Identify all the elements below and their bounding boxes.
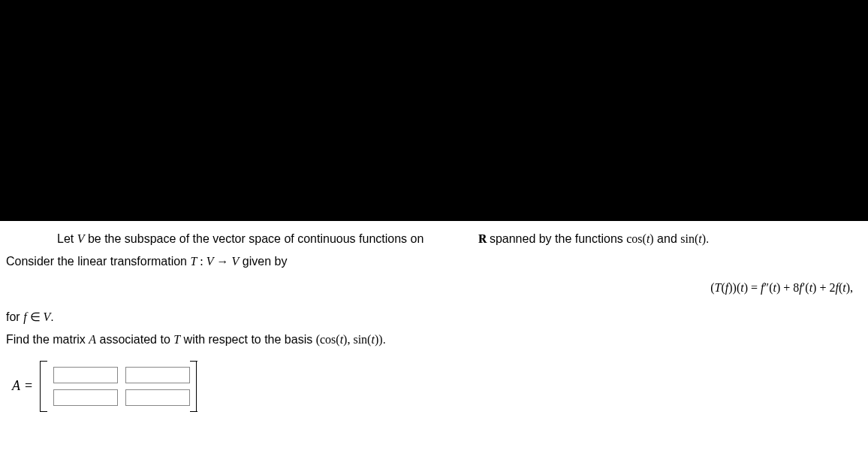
text: .: [383, 333, 386, 346]
text: spanned by the functions: [486, 232, 626, 245]
text: Let: [57, 232, 77, 245]
text: Consider the linear transformation: [6, 255, 190, 268]
problem-line-2: Consider the linear transformation T : V…: [6, 253, 862, 271]
colon: :: [197, 255, 206, 268]
var-A: A: [12, 378, 20, 394]
equals-sign: =: [25, 378, 32, 394]
text: be the subspace of the vector space of c…: [84, 232, 426, 245]
text: .: [706, 232, 709, 245]
problem-line-3: for f ∈ V.: [6, 308, 862, 326]
basis: (cos(t), sin(t)): [316, 333, 383, 346]
matrix-grid: [47, 364, 196, 409]
problem-line-4: Find the matrix A associated to T with r…: [6, 331, 862, 349]
text: and: [654, 232, 681, 245]
matrix-cell-a21[interactable]: [53, 389, 118, 406]
func-sin: sin(t): [680, 232, 706, 245]
equation-display: (T(f))(t) = f″(t) + 8f′(t) + 2f(t),: [6, 278, 862, 298]
equation-text: (T(f))(t) = f″(t) + 8f′(t) + 2f(t),: [710, 281, 853, 294]
elem-of: ∈: [27, 310, 44, 323]
blackboard-R: R: [427, 230, 487, 248]
matrix-cell-a12[interactable]: [125, 367, 190, 383]
right-bracket: [196, 361, 197, 412]
answer-matrix-row: A =: [12, 361, 862, 412]
var-V: V: [232, 255, 240, 268]
text: for: [6, 310, 23, 323]
text: .: [50, 310, 53, 323]
var-V: V: [206, 255, 214, 268]
text: given by: [239, 255, 287, 268]
text: Find the matrix: [6, 333, 89, 346]
left-bracket: [40, 361, 47, 412]
text: associated to: [96, 333, 173, 346]
problem-line-1: Let V be the subspace of the vector spac…: [6, 230, 862, 248]
var-V: V: [44, 310, 51, 323]
matrix-cell-a11[interactable]: [53, 367, 118, 383]
func-cos: cos(t): [626, 232, 653, 245]
var-T: T: [173, 333, 180, 346]
matrix-cell-a22[interactable]: [125, 389, 190, 406]
text: with respect to the basis: [180, 333, 316, 346]
var-V: V: [77, 232, 85, 245]
problem-content: Let V be the subspace of the vector spac…: [0, 221, 868, 412]
redacted-top-region: [0, 0, 868, 221]
arrow: →: [214, 255, 232, 268]
var-A: A: [89, 333, 96, 346]
